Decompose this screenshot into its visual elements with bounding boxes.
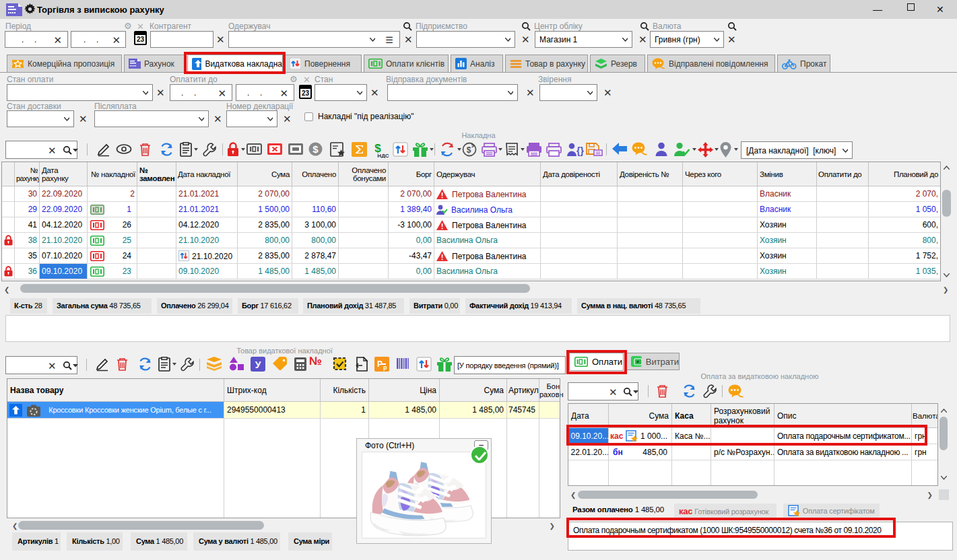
svg-text:p: p bbox=[383, 364, 387, 371]
svg-text:У: У bbox=[255, 359, 261, 370]
svg-text:$: $ bbox=[312, 143, 319, 155]
svg-text:{}: {} bbox=[576, 145, 584, 156]
svg-text:НДС: НДС bbox=[377, 153, 389, 158]
svg-text:P: P bbox=[377, 359, 383, 369]
svg-text:$: $ bbox=[467, 145, 471, 155]
